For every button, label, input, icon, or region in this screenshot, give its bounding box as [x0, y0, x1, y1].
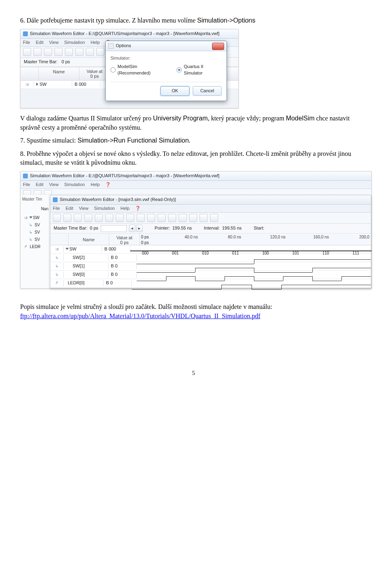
timescale-row: Name Value at 0 ps 0 ps 0 ps 40.0 ns 80.…	[50, 234, 371, 245]
inner-readonly-window: Simulation Waveform Editor - [major3.sim…	[50, 195, 371, 288]
signal-value: B 0	[108, 263, 137, 269]
toolbar-button[interactable]	[74, 214, 82, 222]
menu-help[interactable]: Help	[91, 182, 100, 188]
signal-expand-icon[interactable]: ⇉	[54, 246, 60, 252]
signal-value: B 0	[108, 255, 137, 261]
chevron-down-icon[interactable]	[29, 217, 32, 219]
menu-file[interactable]: File	[23, 182, 30, 188]
col-value-top: Value at	[82, 69, 107, 74]
manual-link[interactable]: ftp://ftp.altera.com/up/pub/Altera_Mater…	[20, 313, 260, 319]
interval-label: Interval:	[204, 225, 220, 231]
outer-menubar: File Edit View Simulation Help ❓	[21, 181, 371, 189]
toolbar-button[interactable]	[65, 48, 73, 56]
inner-menubar: File Edit View Simulation Help ❓	[50, 205, 371, 213]
timebar-value: 0 ps	[90, 225, 98, 231]
toolbar-button[interactable]	[63, 214, 71, 222]
signal-icon: ⇉	[23, 215, 29, 221]
toolbar-button[interactable]	[210, 214, 218, 222]
menu-edit[interactable]: Edit	[36, 39, 44, 46]
scale-top: 0 ps	[141, 234, 153, 240]
toolbar-button[interactable]	[23, 48, 31, 56]
menu-file[interactable]: File	[53, 205, 60, 211]
toolbar-button[interactable]	[105, 214, 113, 222]
timebar-label: Master Time Bar:	[24, 59, 58, 65]
figure-options-dialog: Simulation Waveform Editor - E:/@QUARTUS…	[20, 29, 239, 108]
outer-timebar-label: Master Tim	[21, 195, 50, 204]
signal-name: LEDR[0]	[64, 280, 104, 286]
pointer-value: 199.55 ns	[172, 225, 191, 231]
toolbar-button[interactable]	[54, 48, 62, 56]
timebar-value: 0 ps	[62, 59, 70, 65]
signal-name: SW[1]	[64, 263, 108, 269]
bus-value-label: 010	[202, 251, 209, 256]
radio-modelsim[interactable]	[110, 67, 116, 72]
menu-file[interactable]: File	[23, 39, 30, 46]
bus-value-label: 110	[322, 251, 329, 256]
step-back-button[interactable]: ◄	[129, 225, 135, 232]
menu-view[interactable]: View	[49, 39, 59, 46]
toolbar-button[interactable]	[179, 214, 187, 222]
bus-value-label: 001	[172, 251, 179, 256]
toolbar-button[interactable]	[75, 48, 83, 56]
menu-simulation[interactable]: Simulation	[64, 182, 85, 188]
signal-value: B 000	[72, 81, 100, 87]
cancel-button[interactable]: Cancel	[193, 86, 222, 96]
signal-expand-icon[interactable]: ⇉	[24, 82, 30, 87]
toolbar-button[interactable]	[137, 214, 145, 222]
toolbar-button[interactable]	[189, 214, 197, 222]
timebar-input[interactable]	[101, 225, 127, 232]
signal-icon: ↳	[54, 255, 60, 261]
paragraph-7: 7. Spustíme simulaci: Simulation->Run Fu…	[20, 136, 367, 145]
scale-bot: 0 ps	[141, 240, 153, 246]
close-button[interactable]	[212, 43, 224, 50]
toolbar-button[interactable]	[95, 214, 103, 222]
toolbar-button[interactable]	[84, 214, 92, 222]
toolbar-button[interactable]	[33, 48, 42, 56]
step-fwd-button[interactable]: ►	[136, 225, 143, 232]
help-icon[interactable]: ❓	[135, 205, 141, 211]
signal-icon: ↱	[23, 244, 29, 250]
toolbar-button[interactable]	[168, 214, 176, 222]
chevron-down-icon[interactable]	[66, 248, 69, 250]
radio-quartus[interactable]	[177, 67, 182, 72]
menu-help[interactable]: Help	[91, 39, 100, 46]
toolbar-button[interactable]	[200, 214, 208, 222]
signal-icon: ↳	[54, 263, 60, 269]
bus-value-label: 100	[262, 251, 269, 256]
toolbar-button[interactable]	[126, 214, 134, 222]
menu-view[interactable]: View	[79, 205, 89, 211]
toolbar-button[interactable]	[147, 214, 155, 222]
dialog-icon	[108, 43, 114, 49]
signal-name: SW	[69, 246, 77, 251]
toolbar-button[interactable]	[86, 48, 94, 56]
toolbar-button[interactable]	[116, 214, 124, 222]
start-label: Start:	[254, 225, 264, 231]
paragraph-6: 6. Dále potřebujeme nastavit typ simulac…	[20, 16, 367, 25]
menu-simulation[interactable]: Simulation	[94, 205, 114, 211]
menu-view[interactable]: View	[49, 182, 59, 188]
toolbar-button[interactable]	[53, 214, 61, 222]
time-info-row: Master Time Bar: 0 ps ◄ ► Pointer:199.55…	[50, 224, 371, 234]
help-icon[interactable]: ❓	[105, 182, 111, 188]
outer-left-panel: Master Tim Nan ⇉ SW ↳ SV ↳ SV ↳ SV ↱ LED…	[21, 195, 50, 288]
toolbar-button[interactable]	[44, 48, 52, 56]
time-step-controls: ◄ ►	[129, 225, 143, 232]
toolbar-button[interactable]	[96, 48, 104, 56]
dialog-separator	[110, 82, 222, 82]
chevron-right-icon[interactable]	[36, 83, 38, 86]
bus-value-label: 000	[142, 251, 149, 256]
radio-modelsim-label: ModelSim (Recommended)	[118, 64, 170, 76]
menu-edit[interactable]: Edit	[66, 205, 73, 211]
ok-button[interactable]: OK	[160, 86, 189, 96]
menu-edit[interactable]: Edit	[36, 182, 44, 188]
signal-value: B 000	[102, 246, 130, 252]
toolbar-button[interactable]	[158, 214, 166, 222]
app-icon	[23, 174, 28, 178]
interval-value: 199.55 ns	[222, 225, 241, 231]
outer-col-name: Nan	[21, 204, 50, 214]
menu-help[interactable]: Help	[121, 205, 130, 211]
menu-simulation[interactable]: Simulation	[64, 39, 85, 46]
page-number: 5	[20, 369, 367, 377]
bus-value-label: 111	[352, 251, 359, 256]
signal-icon: ↳	[54, 272, 60, 277]
